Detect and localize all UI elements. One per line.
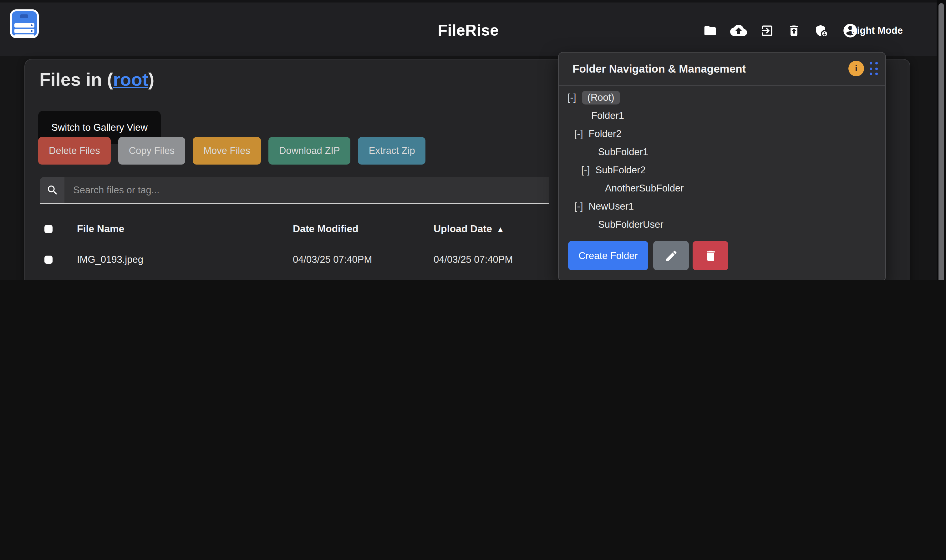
extract-zip-button[interactable]: Extract Zip bbox=[358, 137, 426, 165]
info-icon[interactable]: i bbox=[848, 61, 864, 76]
tree-item-label: NewUser1 bbox=[589, 200, 634, 212]
tree-item-label: SubFolder1 bbox=[598, 146, 648, 157]
upload-date: 04/03/25 07:40PM bbox=[434, 254, 513, 265]
tree-collapse-toggle[interactable]: [-] bbox=[568, 92, 576, 103]
row-checkbox[interactable] bbox=[45, 255, 52, 264]
upload-date-label: Upload Date bbox=[434, 223, 492, 234]
header-actions bbox=[703, 3, 858, 58]
app-title: FileRise bbox=[438, 21, 499, 39]
scrollbar-thumb[interactable] bbox=[938, 3, 944, 280]
restore-trash-button[interactable] bbox=[787, 23, 801, 37]
copy-files-button[interactable]: Copy Files bbox=[118, 137, 185, 165]
tree-item-label: AnotherSubFolder bbox=[605, 182, 684, 194]
scrollbar-track bbox=[937, 0, 946, 280]
file-actions-toolbar: Delete FilesCopy FilesMove FilesDownload… bbox=[38, 137, 426, 165]
tree-item-label: (Root) bbox=[582, 91, 620, 104]
tree-collapse-toggle[interactable]: [-] bbox=[574, 200, 583, 212]
tree-item-subfolderuser[interactable]: SubFolderUser bbox=[559, 215, 885, 233]
tree-item-label: SubFolder2 bbox=[595, 164, 646, 175]
heading-suffix: ) bbox=[148, 69, 154, 89]
logout-button[interactable] bbox=[760, 23, 774, 37]
page-title: Files in (root) bbox=[39, 69, 154, 90]
tree-item-label: Folder2 bbox=[589, 128, 621, 139]
tree-collapse-toggle[interactable]: [-] bbox=[581, 164, 590, 175]
tree-item-folder2[interactable]: [-]Folder2 bbox=[559, 125, 885, 143]
select-all-checkbox[interactable] bbox=[45, 225, 52, 233]
header-bar: FileRise Light Mode bbox=[0, 0, 937, 56]
trash-restore-icon bbox=[787, 23, 801, 37]
rename-folder-button[interactable] bbox=[653, 241, 689, 270]
logo-notch bbox=[20, 14, 28, 18]
search-icon bbox=[40, 177, 65, 203]
tree-item-root[interactable]: [-](Root) bbox=[559, 88, 885, 106]
create-folder-button[interactable]: Create Folder bbox=[568, 241, 648, 270]
search-input[interactable] bbox=[65, 177, 549, 203]
upload-button[interactable] bbox=[730, 22, 747, 39]
tree-item-subfolder2[interactable]: [-]SubFolder2 bbox=[559, 161, 885, 179]
tree-item-label: Folder1 bbox=[591, 110, 624, 121]
move-files-button[interactable]: Move Files bbox=[193, 137, 261, 165]
theme-toggle-button[interactable]: Light Mode bbox=[848, 3, 907, 58]
app-logo-icon[interactable] bbox=[10, 9, 39, 38]
tree-item-folder1[interactable]: Folder1 bbox=[559, 106, 885, 125]
shield-person-icon bbox=[814, 23, 829, 38]
delete-files-button[interactable]: Delete Files bbox=[38, 137, 111, 165]
search-bar bbox=[40, 177, 549, 204]
download-zip-button[interactable]: Download ZIP bbox=[268, 137, 351, 165]
panel-divider bbox=[559, 85, 885, 86]
tree-item-anothersubfolder[interactable]: AnotherSubFolder bbox=[559, 179, 885, 197]
column-header-upload-date[interactable]: Upload Date▲ bbox=[434, 223, 504, 235]
logo-bar bbox=[14, 29, 34, 33]
drag-handle-icon[interactable] bbox=[870, 62, 877, 75]
logo-bar bbox=[14, 23, 34, 27]
exit-icon bbox=[760, 23, 774, 37]
tree-collapse-toggle[interactable]: [-] bbox=[574, 128, 583, 139]
folder-tree: [-](Root)Folder1[-]Folder2SubFolder1[-]S… bbox=[559, 88, 885, 233]
tree-item-subfolder1[interactable]: SubFolder1 bbox=[559, 143, 885, 161]
cloud-upload-icon bbox=[730, 22, 747, 39]
sort-ascending-icon: ▲ bbox=[497, 225, 505, 234]
tree-item-newuser1[interactable]: [-]NewUser1 bbox=[559, 197, 885, 215]
admin-settings-button[interactable] bbox=[814, 23, 829, 38]
tree-item-label: SubFolderUser bbox=[598, 219, 663, 230]
folder-navigation-panel: Folder Navigation & Management i [-](Roo… bbox=[558, 52, 886, 280]
file-name: IMG_0193.jpeg bbox=[77, 254, 143, 265]
heading-prefix: Files in ( bbox=[39, 69, 113, 89]
logo-bar bbox=[14, 34, 34, 38]
date-modified: 04/03/25 07:40PM bbox=[293, 254, 372, 265]
open-folder-button[interactable] bbox=[703, 23, 717, 37]
root-breadcrumb-link[interactable]: root bbox=[113, 69, 148, 89]
folder-panel-title: Folder Navigation & Management bbox=[572, 63, 746, 76]
folder-panel-buttons: Create Folder bbox=[568, 241, 728, 270]
app-window: FileRise Light Mode Files in (root) Swit… bbox=[0, 0, 946, 280]
folder-icon bbox=[703, 23, 717, 37]
delete-folder-button[interactable] bbox=[692, 241, 728, 270]
column-header-file-name[interactable]: File Name bbox=[77, 223, 124, 235]
column-header-date-modified[interactable]: Date Modified bbox=[293, 223, 358, 235]
